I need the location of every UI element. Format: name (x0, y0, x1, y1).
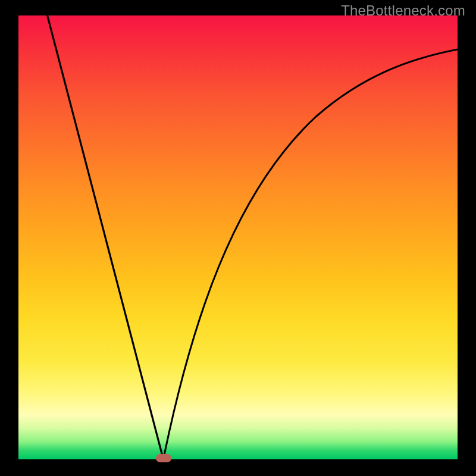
watermark-text: TheBottleneck.com (341, 2, 465, 19)
plot-area (18, 15, 458, 459)
curve-left-branch (18, 0, 164, 459)
curve-right-branch (164, 49, 458, 459)
bottleneck-curve (18, 15, 458, 459)
chart-frame: TheBottleneck.com (0, 0, 476, 476)
optimum-marker (156, 454, 171, 462)
